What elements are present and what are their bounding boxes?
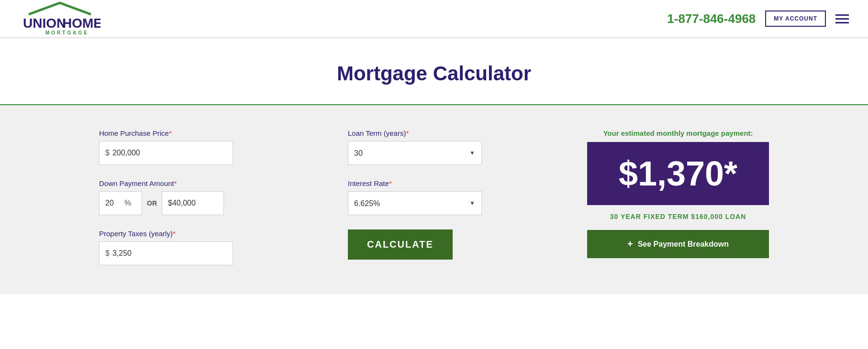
result-area: Your estimated monthly mortgage payment:… — [587, 129, 769, 265]
interest-rate-group: Interest Rate* 6.625% 7.000% 6.000% 5.50… — [348, 179, 568, 215]
page-title-area: Mortgage Calculator — [0, 38, 868, 105]
property-tax-group: Property Taxes (yearly)* $ — [99, 229, 319, 265]
interest-rate-select-wrapper[interactable]: 6.625% 7.000% 6.000% 5.500% 5.000% — [348, 191, 482, 215]
hamburger-line-1 — [835, 14, 849, 16]
form-right-col: Loan Term (years)* 30 25 20 15 10 — [348, 129, 568, 265]
svg-text:MORTGAGE: MORTGAGE — [45, 30, 89, 34]
interest-rate-label: Interest Rate* — [348, 179, 568, 187]
breakdown-label: See Payment Breakdown — [638, 240, 729, 249]
required-asterisk: * — [169, 129, 172, 137]
logo: UNION HOME MORTGAGE — [19, 1, 100, 36]
down-payment-group: Down Payment Amount* % OR $ — [99, 179, 319, 215]
svg-text:UNION: UNION — [23, 16, 66, 31]
site-header: UNION HOME MORTGAGE 1-877-846-4968 MY AC… — [0, 0, 868, 38]
my-account-button[interactable]: MY ACCOUNT — [765, 11, 826, 27]
down-payment-label: Down Payment Amount* — [99, 179, 319, 187]
payment-box: $1,370* — [587, 142, 769, 205]
page-title: Mortgage Calculator — [0, 62, 868, 85]
property-tax-prefix: $ — [105, 249, 110, 258]
loan-term-select-wrapper[interactable]: 30 25 20 15 10 — [348, 141, 482, 165]
down-payment-pct-input[interactable] — [105, 199, 124, 207]
or-text: OR — [147, 199, 157, 207]
property-tax-input-wrapper[interactable]: $ — [99, 241, 233, 265]
home-price-input[interactable] — [112, 149, 227, 157]
loan-term-select[interactable]: 30 25 20 15 10 — [348, 141, 482, 165]
loan-description: 30 YEAR FIXED TERM $160,000 LOAN — [610, 213, 746, 220]
calculate-btn-area: CALCULATE — [348, 229, 568, 262]
hamburger-menu[interactable] — [835, 14, 849, 23]
down-payment-dollar-wrapper[interactable]: $ — [162, 191, 224, 215]
form-area: Home Purchase Price* $ Down Payment Amou… — [99, 129, 568, 265]
header-right: 1-877-846-4968 MY ACCOUNT — [667, 11, 849, 27]
home-price-group: Home Purchase Price* $ — [99, 129, 319, 165]
payment-amount: $1,370* — [597, 156, 759, 191]
estimated-label: Your estimated monthly mortgage payment: — [603, 129, 753, 137]
property-tax-label: Property Taxes (yearly)* — [99, 229, 319, 238]
home-price-input-wrapper[interactable]: $ — [99, 141, 233, 165]
svg-text:HOME: HOME — [62, 16, 100, 31]
down-payment-wrapper: % OR $ — [99, 191, 319, 215]
loan-term-group: Loan Term (years)* 30 25 20 15 10 — [348, 129, 568, 165]
breakdown-bullet: + — [627, 239, 633, 250]
home-price-prefix: $ — [105, 149, 110, 157]
calculate-button[interactable]: CALCULATE — [348, 229, 453, 260]
payment-breakdown-button[interactable]: + See Payment Breakdown — [587, 230, 769, 258]
pct-suffix: % — [124, 199, 131, 207]
form-left-col: Home Purchase Price* $ Down Payment Amou… — [99, 129, 319, 265]
hamburger-line-2 — [835, 18, 849, 20]
phone-number: 1-877-846-4968 — [667, 11, 756, 26]
home-price-label: Home Purchase Price* — [99, 129, 319, 137]
loan-term-label: Loan Term (years)* — [348, 129, 568, 137]
calculator-inner: Home Purchase Price* $ Down Payment Amou… — [99, 129, 769, 265]
calculator-section: Home Purchase Price* $ Down Payment Amou… — [0, 105, 868, 294]
logo-svg: UNION HOME MORTGAGE — [19, 1, 100, 34]
property-tax-input[interactable] — [112, 249, 227, 258]
hamburger-line-3 — [835, 22, 849, 23]
down-payment-dollar-input[interactable] — [172, 199, 218, 207]
down-payment-pct-wrapper[interactable]: % — [99, 191, 142, 215]
dollar-prefix: $ — [168, 199, 172, 207]
interest-rate-select[interactable]: 6.625% 7.000% 6.000% 5.500% 5.000% — [348, 191, 482, 215]
